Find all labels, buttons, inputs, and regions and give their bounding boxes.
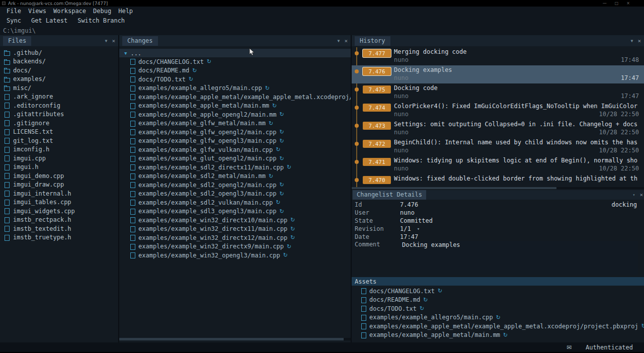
changes-item[interactable]: examples/example_allegro5/main.cpp ↻ bbox=[119, 84, 351, 93]
menu-item[interactable]: Workspace bbox=[50, 8, 90, 15]
asset-item[interactable]: examples/example_apple_metal/main.mm ↻ bbox=[352, 331, 644, 340]
tree-item[interactable]: imstb_textedit.h bbox=[0, 224, 118, 233]
asset-item[interactable]: docs/TODO.txt ↻ bbox=[352, 304, 644, 313]
history-row[interactable]: 7.474 ColorPicker4(): Fixed ImGuiColorEd… bbox=[352, 102, 644, 120]
history-row[interactable]: 7.476 Docking examples nuno 17:47 bbox=[352, 65, 644, 83]
horizontal-scrollbar[interactable] bbox=[119, 338, 351, 340]
close-icon[interactable]: × bbox=[112, 38, 115, 44]
changes-item[interactable]: examples/example_apple_metal/example_app… bbox=[119, 93, 351, 102]
changes-item[interactable]: examples/example_win32_directx12/main.cp… bbox=[119, 233, 351, 242]
changes-item[interactable]: examples/example_sdl2_opengl3/main.cpp ↻ bbox=[119, 190, 351, 199]
changes-item[interactable]: examples/example_win32_directx10/main.cp… bbox=[119, 216, 351, 225]
changes-item[interactable]: docs/CHANGELOG.txt ↻ bbox=[119, 57, 351, 66]
changed-file-path: examples/example_win32_opengl3/main.cpp bbox=[138, 252, 280, 259]
tree-item[interactable]: docs/ bbox=[0, 66, 118, 75]
asset-item[interactable]: docs/README.md ↻ bbox=[352, 296, 644, 305]
changes-item[interactable]: examples/example_apple_opengl2/main.mm ↻ bbox=[119, 110, 351, 119]
tree-item[interactable]: misc/ bbox=[0, 83, 118, 93]
changes-item[interactable]: examples/example_sdl2_opengl2/main.cpp ↻ bbox=[119, 181, 351, 190]
menu-item[interactable]: Debug bbox=[90, 8, 115, 15]
changes-item[interactable]: examples/example_glut_opengl2/main.cpp ↻ bbox=[119, 154, 351, 163]
close-icon[interactable]: × bbox=[637, 38, 641, 44]
close-icon[interactable]: × bbox=[344, 38, 348, 44]
commit-message: Docking code bbox=[394, 84, 639, 92]
history-row[interactable]: 7.472 BeginChild(): Internal name used b… bbox=[352, 138, 644, 156]
toolbar-button[interactable]: Sync bbox=[3, 17, 25, 24]
tree-item[interactable]: .editorconfig bbox=[0, 101, 118, 110]
tree-item[interactable]: LICENSE.txt bbox=[0, 128, 118, 137]
history-row[interactable]: 7.477 Merging docking code nuno 17:48 bbox=[352, 47, 644, 65]
changes-item[interactable]: examples/example_sdl3_opengl3/main.cpp ↻ bbox=[119, 207, 351, 216]
tree-item[interactable]: git_log.txt bbox=[0, 136, 118, 145]
tree-item[interactable]: imgui_widgets.cpp bbox=[0, 207, 118, 216]
modified-icon: ↻ bbox=[189, 76, 193, 82]
asset-item[interactable]: examples/example_allegro5/main.cpp ↻ bbox=[352, 313, 644, 322]
tree-item[interactable]: imgui_tables.cpp bbox=[0, 198, 118, 207]
changes-item[interactable]: examples/example_sdl2_vulkan/main.cpp ↻ bbox=[119, 198, 351, 207]
history-row[interactable]: 7.475 Docking code nuno 17:47 bbox=[352, 83, 644, 102]
tree-item[interactable]: examples/ bbox=[0, 75, 118, 84]
history-row[interactable]: 7.470 Windows: fixed double-clicked bord… bbox=[352, 174, 644, 187]
assets-header[interactable]: Assets bbox=[352, 277, 644, 286]
changes-item[interactable]: examples/example_glfw_metal/main.mm ↻ bbox=[119, 119, 351, 128]
changes-item[interactable]: docs/README.md ↻ bbox=[119, 66, 351, 75]
asset-item[interactable]: examples/example_apple_metal/example_app… bbox=[352, 322, 644, 331]
tree-item[interactable]: imgui_draw.cpp bbox=[0, 181, 118, 190]
revision-dropdown-icon[interactable]: ▾ bbox=[417, 226, 420, 231]
panel-title-files[interactable]: Files bbox=[3, 36, 31, 46]
panel-title-history[interactable]: History bbox=[355, 36, 390, 46]
tree-item[interactable]: .ark_ignore bbox=[0, 93, 118, 102]
toolbar-button[interactable]: Switch Branch bbox=[74, 17, 128, 24]
tree-item[interactable]: imconfig.h bbox=[0, 145, 118, 154]
asset-item[interactable]: docs/CHANGELOG.txt ↻ bbox=[352, 287, 644, 296]
changes-item[interactable]: examples/example_sdl2_directx11/main.cpp… bbox=[119, 163, 351, 172]
filter-icon[interactable]: ▼ bbox=[338, 39, 340, 43]
comment-field[interactable]: Docking examples bbox=[400, 241, 638, 275]
changes-item[interactable]: docs/TODO.txt ↻ bbox=[119, 75, 351, 84]
filter-icon[interactable]: ▼ bbox=[105, 39, 108, 43]
changes-item[interactable]: examples/example_sdl2_metal/main.mm ↻ bbox=[119, 172, 351, 181]
changes-item[interactable]: examples/example_glfw_vulkan/main.cpp ↻ bbox=[119, 145, 351, 154]
history-row[interactable]: 7.471 Windows: tidying up skipitems logi… bbox=[352, 156, 644, 174]
changes-item[interactable]: examples/example_win32_opengl3/main.cpp … bbox=[119, 251, 351, 260]
revision-badge: 7.475 bbox=[363, 85, 391, 94]
changes-item[interactable]: examples/example_glfw_opengl3/main.cpp ↻ bbox=[119, 137, 351, 146]
tree-item[interactable]: .gitattributes bbox=[0, 110, 118, 119]
field-label-revision: Revision bbox=[355, 225, 400, 232]
menu-item[interactable]: File bbox=[3, 8, 25, 15]
panel-title-changelist-details[interactable]: Changelist Details bbox=[353, 190, 426, 200]
changes-root-row[interactable]: ▼ ... bbox=[119, 49, 351, 57]
tree-item[interactable]: imstb_truetype.h bbox=[0, 233, 118, 242]
tree-item[interactable]: imgui.h bbox=[0, 163, 118, 172]
changes-item[interactable]: examples/example_win32_directx9/main.cpp… bbox=[119, 242, 351, 251]
tree-item[interactable]: imgui.cpp bbox=[0, 154, 118, 163]
tree-item[interactable]: backends/ bbox=[0, 57, 118, 66]
tree-item[interactable]: imstb_rectpack.h bbox=[0, 216, 118, 225]
item-label: imgui_tables.cpp bbox=[13, 199, 71, 206]
tree-item[interactable]: imgui_demo.cpp bbox=[0, 171, 118, 181]
tree-item[interactable]: imgui_internal.h bbox=[0, 189, 118, 198]
changes-item[interactable]: examples/example_glfw_opengl2/main.cpp ↻ bbox=[119, 128, 351, 137]
horizontal-scrollbar[interactable] bbox=[352, 187, 644, 189]
changes-item[interactable]: examples/example_apple_metal/main.mm ↻ bbox=[119, 102, 351, 111]
tree-item[interactable]: .github/ bbox=[0, 48, 118, 57]
changes-item[interactable]: examples/example_win32_directx11/main.cp… bbox=[119, 225, 351, 234]
scrollbar-thumb[interactable] bbox=[352, 187, 556, 189]
tree-item[interactable]: .gitignore bbox=[0, 119, 118, 128]
panel-title-changes[interactable]: Changes bbox=[122, 36, 158, 46]
menu-item[interactable]: Views bbox=[25, 8, 50, 15]
filter-icon[interactable]: ▾ bbox=[633, 193, 635, 197]
revision-badge: 7.473 bbox=[363, 122, 391, 130]
field-label-id: Id bbox=[355, 201, 400, 208]
close-icon[interactable]: × bbox=[639, 192, 643, 198]
scrollbar-thumb[interactable] bbox=[119, 338, 344, 340]
filter-icon[interactable]: ▼ bbox=[631, 39, 633, 43]
expander-icon[interactable]: ▼ bbox=[124, 51, 127, 56]
minimize-button[interactable]: — bbox=[603, 1, 607, 6]
field-label-state: State bbox=[355, 217, 400, 224]
close-button[interactable]: × bbox=[626, 1, 630, 6]
toolbar-button[interactable]: Get Latest bbox=[28, 17, 71, 24]
maximize-button[interactable]: □ bbox=[615, 1, 619, 6]
history-row[interactable]: 7.473 Settings: omit outputing Collapsed… bbox=[352, 120, 644, 138]
menu-item[interactable]: Help bbox=[115, 8, 136, 15]
